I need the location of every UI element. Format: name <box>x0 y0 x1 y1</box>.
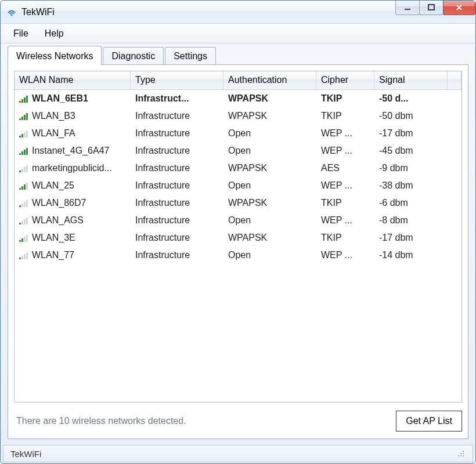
svg-rect-22 <box>21 169 23 172</box>
svg-rect-41 <box>19 258 21 259</box>
resize-grip[interactable] <box>456 449 466 458</box>
table-row[interactable]: WLAN_B3InfrastructureWPAPSKTKIP-50 dbm <box>15 107 461 125</box>
signal-icon <box>19 234 28 242</box>
table-row[interactable]: WLAN_FAInfrastructureOpenWEP ...-17 dbm <box>15 125 461 142</box>
svg-rect-42 <box>21 256 23 259</box>
cell-signal: -14 dbm <box>374 250 461 260</box>
svg-point-48 <box>458 455 459 456</box>
signal-bars-icon <box>19 95 28 103</box>
cell-signal: -8 dbm <box>374 215 461 226</box>
signal-bars-icon <box>19 129 28 137</box>
cell-signal: -6 dbm <box>374 198 461 208</box>
detection-status: There are 10 wireless networks detected. <box>14 416 396 426</box>
cell-cipher: AES <box>316 163 374 173</box>
svg-rect-30 <box>21 204 23 207</box>
column-header-pad <box>448 71 461 89</box>
cell-signal: -45 dbm <box>374 146 461 156</box>
status-bar: TekWiFi <box>3 445 473 462</box>
svg-rect-2 <box>428 5 434 10</box>
tab-settings[interactable]: Settings <box>165 47 216 64</box>
column-header-auth[interactable]: Authentication <box>223 71 316 89</box>
cell-cipher: TKIP <box>316 111 374 121</box>
signal-icon <box>19 164 28 172</box>
svg-rect-19 <box>24 150 26 155</box>
maximize-button[interactable] <box>419 0 443 15</box>
cell-cipher: TKIP <box>316 198 374 208</box>
menu-bar: File Help <box>1 24 475 44</box>
cell-auth: Open <box>223 215 316 226</box>
footer-row: There are 10 wireless networks detected.… <box>14 409 462 433</box>
wlan-name-text: WLAN_FA <box>32 128 75 139</box>
svg-rect-15 <box>24 132 26 137</box>
wlan-name-text: WLAN_86D7 <box>32 198 86 208</box>
svg-rect-16 <box>26 130 28 137</box>
column-header-signal[interactable]: Signal <box>374 71 448 89</box>
resize-grip-icon <box>456 449 466 458</box>
tab-wireless-networks[interactable]: Wireless Networks <box>8 46 102 65</box>
signal-bars-icon <box>19 199 28 207</box>
get-ap-list-button[interactable]: Get AP List <box>396 411 462 432</box>
cell-cipher: WEP ... <box>316 215 374 226</box>
cell-type: Infrastructure <box>131 111 223 121</box>
svg-rect-40 <box>26 235 28 242</box>
cell-auth: Open <box>223 146 316 156</box>
svg-rect-32 <box>26 200 28 207</box>
svg-point-46 <box>460 453 461 454</box>
svg-rect-33 <box>19 223 21 224</box>
table-row[interactable]: WLAN_86D7InfrastructureWPAPSKTKIP-6 dbm <box>15 194 461 212</box>
cell-signal: -9 dbm <box>374 163 461 173</box>
cell-wlan-name: WLAN_86D7 <box>15 198 131 208</box>
cell-type: Infrastructure <box>131 215 223 226</box>
svg-rect-23 <box>24 167 26 172</box>
close-button[interactable] <box>443 0 475 15</box>
cell-signal: -17 dbm <box>374 233 461 243</box>
svg-rect-1 <box>405 9 410 10</box>
cell-wlan-name: WLAN_6EB1 <box>15 93 131 104</box>
menu-file[interactable]: File <box>8 27 34 41</box>
wlan-name-text: WLAN_3E <box>32 233 75 243</box>
cell-type: Infrastructure <box>131 146 223 156</box>
cell-signal: -50 d... <box>374 93 461 104</box>
table-row[interactable]: WLAN_3EInfrastructureWPAPSKTKIP-17 dbm <box>15 229 461 246</box>
tab-content: WLAN Name Type Authentication Cipher Sig… <box>8 64 468 439</box>
svg-rect-38 <box>21 238 23 242</box>
cell-wlan-name: WLAN_77 <box>15 250 131 260</box>
cell-auth: Open <box>223 128 316 139</box>
column-header-cipher[interactable]: Cipher <box>316 71 374 89</box>
list-body[interactable]: WLAN_6EB1Infrastruct...WPAPSKTKIP-50 d..… <box>15 90 461 402</box>
cell-cipher: TKIP <box>316 93 374 104</box>
tab-label: Settings <box>174 51 207 61</box>
tab-diagnostic[interactable]: Diagnostic <box>103 47 164 64</box>
svg-rect-21 <box>19 171 21 172</box>
main-window: TekWiFi File Help Wireless Networks Diag… <box>0 0 476 464</box>
table-row[interactable]: WLAN_25InfrastructureOpenWEP ...-38 dbm <box>15 177 461 194</box>
svg-rect-17 <box>19 153 21 155</box>
table-row[interactable]: WLAN_77InfrastructureOpenWEP ...-14 dbm <box>15 246 461 264</box>
cell-type: Infrastructure <box>131 180 223 191</box>
menu-help[interactable]: Help <box>39 27 70 41</box>
signal-icon <box>19 129 28 137</box>
svg-rect-31 <box>24 202 26 207</box>
button-label: Get AP List <box>406 416 452 426</box>
svg-rect-29 <box>19 205 21 207</box>
cell-cipher: TKIP <box>316 233 374 243</box>
maximize-icon <box>427 3 435 12</box>
cell-wlan-name: marketingpublicid... <box>15 163 131 173</box>
minimize-button[interactable] <box>395 0 420 15</box>
cell-wlan-name: WLAN_B3 <box>15 111 131 121</box>
table-row[interactable]: Instanet_4G_6A47InfrastructureOpenWEP ..… <box>15 142 461 160</box>
cell-signal: -50 dbm <box>374 111 461 121</box>
cell-auth: WPAPSK <box>223 198 316 208</box>
close-icon <box>455 3 463 12</box>
cell-type: Infrastructure <box>131 163 223 173</box>
column-header-name[interactable]: WLAN Name <box>15 71 131 89</box>
table-row[interactable]: marketingpublicid...InfrastructureWPAPSK… <box>15 160 461 177</box>
cell-wlan-name: WLAN_FA <box>15 128 131 139</box>
column-header-type[interactable]: Type <box>131 71 223 89</box>
svg-rect-14 <box>21 134 23 137</box>
tab-label: Diagnostic <box>111 51 155 61</box>
network-list: WLAN Name Type Authentication Cipher Sig… <box>14 71 462 403</box>
table-row[interactable]: WLAN_AGSInfrastructureOpenWEP ...-8 dbm <box>15 212 461 229</box>
signal-bars-icon <box>19 234 28 242</box>
table-row[interactable]: WLAN_6EB1Infrastruct...WPAPSKTKIP-50 d..… <box>15 90 461 107</box>
